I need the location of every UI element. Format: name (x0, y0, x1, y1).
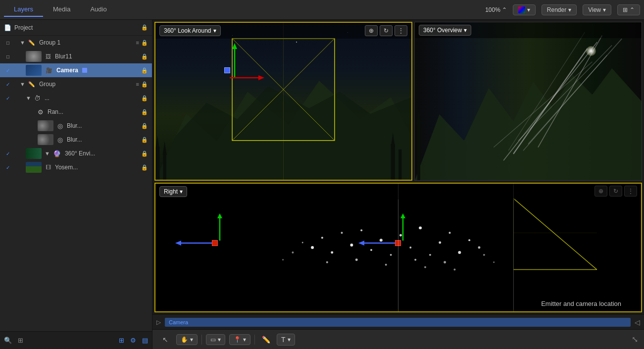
layers-icon[interactable]: ▤ (142, 337, 148, 344)
layout-btn[interactable]: ⊞ ⌃ (617, 4, 640, 15)
vp-left-more-icon[interactable]: ⋮ (395, 25, 407, 36)
svg-point-41 (439, 242, 441, 244)
timeline-end-icon[interactable]: ◁ (635, 318, 640, 326)
view-btn[interactable]: View ▾ (583, 4, 611, 15)
random-lock-icon: 🔒 (141, 109, 148, 115)
expand-btn[interactable]: ⤡ (632, 335, 638, 344)
viewport-right-dropdown[interactable]: 360° Overview ▾ (419, 25, 471, 36)
top-bar: Layers Media Audio 100% ⌃ ▾ Render ▾ Vie… (0, 0, 644, 20)
svg-marker-70 (358, 241, 364, 246)
grid-blue-icon[interactable]: ⊞ (119, 337, 124, 344)
viewport-left-label: 360° Look Around (164, 27, 211, 34)
svg-marker-66 (175, 241, 181, 246)
render-btn[interactable]: Render ▾ (542, 4, 577, 15)
svg-point-40 (429, 254, 431, 256)
gear-icon[interactable]: ⚙ (130, 337, 136, 344)
search-icon[interactable]: 🔍 (4, 337, 12, 344)
grid-icon[interactable]: ⊞ (18, 337, 23, 344)
tab-layers[interactable]: Layers (4, 2, 43, 17)
timer-icon: ⏱ (34, 95, 41, 102)
blur11-img-icon: 🖼 (46, 53, 51, 59)
color-btn[interactable]: ▾ (513, 4, 536, 15)
sidebar-item-yosem[interactable]: ✓ 🎞 Yosem... 🔒 (0, 160, 152, 174)
sidebar-label-group: Group (39, 81, 55, 88)
check-group: ✓ (4, 80, 12, 88)
thumb-blur1 (38, 120, 53, 131)
svg-line-58 (513, 199, 596, 270)
tab-audio[interactable]: Audio (80, 2, 116, 17)
color-chevron: ▾ (527, 6, 530, 13)
color-icon (518, 6, 525, 13)
thumb-blur11 (26, 51, 42, 62)
svg-point-50 (444, 261, 446, 263)
svg-marker-14 (232, 43, 237, 49)
blur1-lock-icon: 🔒 (141, 123, 148, 129)
group-icons: ≡ 🔒 (136, 81, 148, 88)
text-tool-dropdown[interactable]: T ▾ (277, 334, 295, 346)
hand-icon: ✋ (181, 336, 188, 343)
sidebar-item-camera[interactable]: ✓ 🎥 Camera 🔒 (0, 63, 152, 77)
brush-tool-btn[interactable]: ✏️ (259, 333, 273, 346)
blur1-circle-icon: ◎ (57, 122, 63, 130)
emitter-red-handle-left[interactable] (212, 240, 218, 246)
expand-group: ▼ (20, 81, 25, 87)
viewport-bottom-dropdown[interactable]: Right ▾ (159, 186, 187, 197)
timeline-start-icon[interactable]: ▷ (156, 319, 161, 326)
check-360env: ✓ (4, 150, 12, 157)
sidebar-item-blur2[interactable]: ◎ Blur... 🔒 (0, 133, 152, 147)
sidebar-item-timer[interactable]: ✓ ▼ ⏱ ... 🔒 (0, 91, 152, 105)
svg-rect-2 (155, 147, 159, 180)
zoom-control[interactable]: 100% ⌃ (485, 6, 507, 13)
pin-icon: 📍 (234, 336, 241, 343)
check-blur1 (4, 122, 12, 130)
yosem-lock-icon: 🔒 (141, 164, 148, 171)
sidebar-item-blur1[interactable]: ◎ Blur... 🔒 (0, 119, 152, 133)
viewport-right-chevron: ▾ (464, 27, 467, 34)
tab-group: Layers Media Audio (4, 2, 117, 17)
thumb-360env (26, 148, 42, 159)
blur2-circle-icon: ◎ (57, 136, 63, 144)
sidebar-item-random[interactable]: ⚙ Ran... 🔒 (0, 105, 152, 119)
view-shape-dropdown[interactable]: ▭ ▾ (206, 334, 225, 345)
sidebar-item-blur11[interactable]: □ 🖼 Blur11 🔒 (0, 50, 152, 63)
svg-point-57 (493, 261, 495, 263)
sidebar-label-blur2: Blur... (67, 136, 82, 143)
render-label: Render (547, 6, 566, 13)
hand-tool-dropdown[interactable]: ✋ ▾ (176, 334, 198, 345)
render-chevron: ▾ (568, 6, 571, 13)
viewport-left-dropdown[interactable]: 360° Look Around ▾ (159, 25, 221, 36)
canvas-rows: 360° Look Around ▾ ⊕ ↻ ⋮ (152, 20, 644, 349)
blue-handle[interactable] (224, 67, 230, 73)
top-viewports: 360° Look Around ▾ ⊕ ↻ ⋮ (152, 20, 644, 183)
svg-marker-68 (400, 213, 405, 218)
sidebar-item-group[interactable]: ✓ ▼ ✏️ Group ≡ 🔒 (0, 77, 152, 91)
sidebar-item-360env[interactable]: ✓ ▼ 🔮 360° Envi... 🔒 (0, 147, 152, 160)
canvas-area: 360° Look Around ▾ ⊕ ↻ ⋮ (152, 20, 644, 349)
group1-icons: ≡ 🔒 (136, 40, 148, 46)
arrow-tool-btn[interactable]: ↖ (158, 333, 172, 346)
toolbar-sep1 (201, 335, 202, 345)
group1-lock-icon: 🔒 (141, 40, 148, 46)
camera-badge (82, 68, 87, 73)
timer-lock-icon: 🔒 (141, 95, 148, 101)
pin-tool-dropdown[interactable]: 📍 ▾ (229, 334, 250, 345)
svg-point-39 (419, 226, 422, 229)
text-chevron: ▾ (288, 336, 291, 343)
svg-rect-4 (163, 152, 166, 180)
svg-marker-5 (162, 141, 166, 155)
timeline-track[interactable]: Camera (165, 318, 631, 327)
random-icon: ⚙ (38, 108, 44, 116)
check-camera: ✓ (4, 66, 12, 74)
thumb-yosem (26, 162, 42, 173)
sidebar-item-group1[interactable]: □ ▼ ✏️ Group 1 ≡ 🔒 (0, 36, 152, 50)
blur11-lock-icon: 🔒 (141, 53, 148, 60)
text-icon: T (281, 336, 286, 344)
mountains-svg (155, 70, 411, 180)
timeline-bar: ▷ Camera ◁ (152, 314, 644, 329)
vp-left-rotate-icon[interactable]: ↻ (380, 25, 393, 36)
yosem-film-icon: 🎞 (46, 164, 51, 170)
tab-media[interactable]: Media (43, 2, 80, 17)
vp-left-move-icon[interactable]: ⊕ (365, 25, 378, 36)
svg-marker-64 (217, 213, 222, 218)
sidebar-label-360env: 360° Envi... (65, 150, 96, 157)
